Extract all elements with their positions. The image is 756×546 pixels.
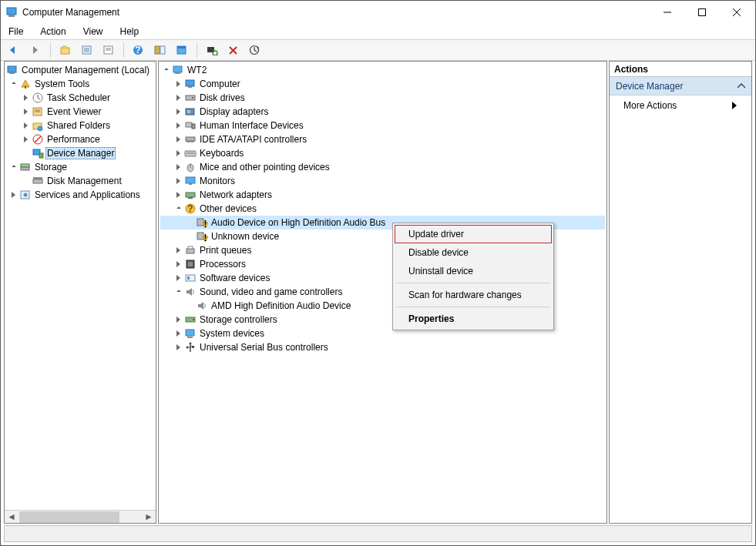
expand-icon[interactable] <box>174 205 183 213</box>
tree-disk-management[interactable]: Disk Management <box>6 174 154 188</box>
tree-label: Storage <box>33 162 69 173</box>
scan-hardware-button[interactable] <box>203 42 220 59</box>
expand-icon[interactable] <box>174 163 183 172</box>
context-scan-hardware[interactable]: Scan for hardware changes <box>395 286 552 304</box>
export-button[interactable] <box>100 42 117 59</box>
back-button[interactable] <box>5 42 22 59</box>
scroll-thumb[interactable] <box>19 511 119 523</box>
cat-network[interactable]: Network adapters <box>160 188 605 202</box>
storage-controller-icon <box>184 313 197 326</box>
actions-pane: Actions Device Manager More Actions <box>609 61 752 524</box>
context-properties[interactable]: Properties <box>395 310 552 328</box>
svg-rect-74 <box>188 246 193 249</box>
tree-performance[interactable]: Performance <box>6 132 154 146</box>
computer-category-icon <box>184 78 197 90</box>
expand-icon[interactable] <box>174 108 183 116</box>
expand-icon[interactable] <box>22 94 30 102</box>
tree-root[interactable]: Computer Management (Local) <box>6 63 154 77</box>
tree-shared-folders[interactable]: Shared Folders <box>6 119 154 132</box>
expand-icon[interactable] <box>22 122 30 130</box>
menu-action[interactable]: Action <box>39 25 67 39</box>
expand-icon[interactable] <box>174 274 183 283</box>
expand-icon[interactable] <box>174 177 183 186</box>
expand-icon[interactable] <box>174 288 183 296</box>
ide-icon <box>184 133 197 146</box>
svg-rect-57 <box>186 137 195 141</box>
cat-display-adapters[interactable]: Display adapters <box>160 105 605 119</box>
horizontal-scrollbar[interactable]: ◄ ► <box>5 510 156 523</box>
toolbar: ? <box>1 39 755 61</box>
cat-other-devices[interactable]: ?Other devices <box>160 202 605 216</box>
minimize-button[interactable] <box>650 2 684 23</box>
tree-system-tools[interactable]: System Tools <box>6 77 154 91</box>
expand-icon[interactable] <box>22 108 30 116</box>
expand-icon[interactable] <box>174 149 183 158</box>
cat-keyboards[interactable]: Keyboards <box>160 146 605 160</box>
show-hide-console-button[interactable] <box>152 42 169 59</box>
device-root[interactable]: WT2 <box>160 63 605 77</box>
actions-more[interactable]: More Actions <box>610 95 751 116</box>
actions-more-label: More Actions <box>623 100 677 111</box>
up-button[interactable] <box>57 42 74 59</box>
show-hide-action-button[interactable] <box>173 42 190 59</box>
scroll-right-button[interactable]: ► <box>143 511 155 523</box>
tree-device-manager[interactable]: Device Manager <box>6 146 154 160</box>
expand-icon[interactable] <box>9 80 18 89</box>
svg-point-36 <box>38 126 42 131</box>
cat-hid[interactable]: Human Interface Devices <box>160 119 605 132</box>
expand-icon[interactable] <box>22 136 30 144</box>
menu-file[interactable]: File <box>7 25 25 39</box>
tree-label: Storage controllers <box>198 314 279 325</box>
disk-drive-icon <box>184 92 197 104</box>
menu-help[interactable]: Help <box>119 25 141 39</box>
forward-button[interactable] <box>27 42 44 59</box>
maximize-button[interactable] <box>684 2 719 23</box>
scroll-left-button[interactable]: ◄ <box>5 511 18 523</box>
expand-icon[interactable] <box>162 66 170 75</box>
help-button[interactable]: ? <box>130 42 147 59</box>
svg-rect-51 <box>186 95 195 100</box>
cat-mice[interactable]: Mice and other pointing devices <box>160 160 605 174</box>
cat-monitors[interactable]: Monitors <box>160 174 605 188</box>
context-update-driver[interactable]: Update driver <box>395 225 552 243</box>
context-uninstall-device[interactable]: Uninstall device <box>395 262 552 280</box>
expand-icon[interactable] <box>174 136 183 144</box>
toolbar-separator <box>123 42 124 58</box>
expand-icon[interactable] <box>9 163 18 172</box>
display-adapter-icon <box>184 106 197 118</box>
cat-ide[interactable]: IDE ATA/ATAPI controllers <box>160 132 605 146</box>
expand-icon[interactable] <box>174 122 183 130</box>
tree-task-scheduler[interactable]: Task Scheduler <box>6 91 154 105</box>
expand-icon[interactable] <box>174 260 183 269</box>
svg-rect-40 <box>39 153 43 158</box>
tree-storage[interactable]: Storage <box>6 160 154 174</box>
uninstall-device-button[interactable] <box>225 42 242 59</box>
actions-group[interactable]: Device Manager <box>610 77 751 95</box>
tree-services-apps[interactable]: Services and Applications <box>6 188 154 202</box>
expand-icon[interactable] <box>174 316 183 324</box>
tree-event-viewer[interactable]: Event Viewer <box>6 105 154 119</box>
expand-icon[interactable] <box>174 191 183 199</box>
expand-icon[interactable] <box>9 191 18 199</box>
properties-toolbar-button[interactable] <box>79 42 96 59</box>
tree-label: Device Manager <box>45 147 116 159</box>
expand-icon[interactable] <box>174 246 183 255</box>
expand-icon[interactable] <box>174 80 183 89</box>
menu-view[interactable]: View <box>82 25 105 39</box>
expand-icon[interactable] <box>174 330 183 338</box>
update-driver-button[interactable] <box>247 42 264 59</box>
storage-icon <box>19 161 32 173</box>
expand-icon[interactable] <box>174 343 183 352</box>
close-button[interactable] <box>719 2 754 23</box>
svg-rect-54 <box>187 110 190 113</box>
expand-icon[interactable] <box>174 94 183 102</box>
tree-label: Shared Folders <box>45 120 112 131</box>
hid-icon <box>184 119 197 132</box>
cat-computer[interactable]: Computer <box>160 77 605 91</box>
actions-header: Actions <box>610 62 751 77</box>
cat-usb[interactable]: Universal Serial Bus controllers <box>160 340 605 354</box>
cat-disk-drives[interactable]: Disk drives <box>160 91 605 105</box>
svg-rect-49 <box>186 80 194 86</box>
context-disable-device[interactable]: Disable device <box>395 243 552 262</box>
console-tree[interactable]: Computer Management (Local) System Tools… <box>5 62 156 510</box>
